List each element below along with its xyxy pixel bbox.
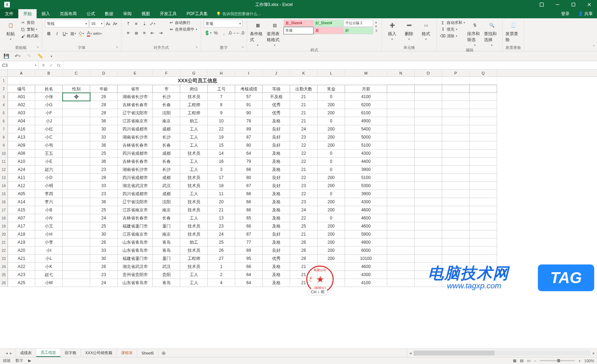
- table-cell[interactable]: 及格: [263, 263, 290, 271]
- table-cell[interactable]: 及格: [263, 238, 290, 247]
- row-header[interactable]: 24: [0, 263, 8, 271]
- table-cell[interactable]: 吉林省长春市: [118, 101, 153, 109]
- table-cell[interactable]: 李四: [35, 190, 63, 198]
- table-cell[interactable]: 1: [208, 263, 235, 271]
- table-cell[interactable]: 25: [208, 238, 235, 247]
- table-cell[interactable]: 90: [235, 109, 263, 117]
- table-cell[interactable]: 21: [290, 93, 318, 101]
- table-cell[interactable]: [63, 149, 90, 158]
- table-cell[interactable]: [63, 133, 90, 141]
- table-cell[interactable]: A19: [8, 238, 35, 247]
- align-top-icon[interactable]: ⇡: [124, 20, 132, 27]
- table-cell[interactable]: 16: [208, 158, 235, 166]
- table-cell[interactable]: 武汉: [153, 182, 180, 190]
- table-cell[interactable]: 及格: [263, 206, 290, 214]
- table-cell[interactable]: 36: [90, 117, 118, 125]
- name-box[interactable]: C3▾: [0, 61, 39, 69]
- column-header[interactable]: G: [180, 70, 208, 76]
- table-cell[interactable]: 200: [318, 133, 345, 141]
- share-button[interactable]: 👤 共享: [574, 9, 597, 18]
- table-cell[interactable]: 及格: [263, 190, 290, 198]
- style-good-sheet4[interactable]: 好_Sheet4: [314, 20, 343, 27]
- table-cell[interactable]: 18: [208, 182, 235, 190]
- table-cell[interactable]: 91: [235, 101, 263, 109]
- view-page-break-icon[interactable]: ▭: [527, 358, 530, 363]
- table-cell[interactable]: 80: [235, 174, 263, 182]
- table-cell[interactable]: 及格: [263, 166, 290, 174]
- select-all-corner[interactable]: [0, 70, 8, 76]
- table-cell[interactable]: 2: [208, 271, 235, 279]
- table-cell[interactable]: 0: [318, 190, 345, 198]
- tab-插入[interactable]: 插入: [37, 9, 55, 18]
- table-cell[interactable]: 良好: [263, 230, 290, 238]
- table-cell[interactable]: 沈阳: [153, 198, 180, 206]
- table-cell[interactable]: [63, 125, 90, 133]
- table-cell[interactable]: 工人: [180, 158, 208, 166]
- table-cell[interactable]: 小N: [35, 214, 63, 222]
- table-cell[interactable]: 28: [290, 255, 318, 263]
- table-cell[interactable]: 23: [208, 222, 235, 230]
- table-cell[interactable]: 技术员: [180, 263, 208, 271]
- column-header[interactable]: P: [442, 70, 470, 76]
- sheet-tab[interactable]: XXX公司销售额: [81, 349, 117, 357]
- percent-icon[interactable]: %: [212, 29, 220, 37]
- table-cell[interactable]: 66: [235, 222, 263, 230]
- decrease-indent-icon[interactable]: ⇤: [149, 29, 156, 37]
- table-cell[interactable]: 赵七: [35, 271, 63, 279]
- tab-数据[interactable]: 数据: [100, 9, 118, 18]
- table-cell[interactable]: A10: [8, 158, 35, 166]
- table-cell[interactable]: [63, 158, 90, 166]
- table-cell[interactable]: 山东省青岛市: [118, 279, 153, 287]
- table-cell[interactable]: A20: [8, 247, 35, 255]
- tell-me-search[interactable]: 💡 告诉我您想要做什么…: [213, 9, 265, 18]
- qat-customize-icon[interactable]: ▾: [47, 52, 56, 60]
- table-cell[interactable]: 吉林省长春市: [118, 158, 153, 166]
- paste-button[interactable]: 📋 粘贴 ▾: [3, 20, 18, 41]
- table-cell[interactable]: 78: [235, 117, 263, 125]
- table-cell[interactable]: 4900: [345, 238, 387, 247]
- phonetic-button[interactable]: wén▾: [94, 30, 101, 37]
- table-cell[interactable]: 良好: [263, 174, 290, 182]
- row-header[interactable]: 16: [0, 198, 8, 206]
- table-cell[interactable]: 10: [208, 117, 235, 125]
- table-cell[interactable]: 30: [90, 230, 118, 238]
- table-cell[interactable]: [63, 198, 90, 206]
- table-cell[interactable]: [63, 255, 90, 263]
- table-header-cell[interactable]: 出勤天数: [290, 85, 318, 93]
- table-cell[interactable]: 28: [90, 109, 118, 117]
- table-cell[interactable]: 30: [90, 125, 118, 133]
- table-cell[interactable]: 200: [318, 125, 345, 133]
- orientation-icon[interactable]: ⤢▾: [149, 20, 156, 27]
- format-painter-button[interactable]: 🖌格式刷: [20, 33, 39, 39]
- column-header[interactable]: K: [290, 70, 318, 76]
- redo-button[interactable]: ↷: [25, 52, 33, 60]
- gallery-more-icon[interactable]: ⊻: [375, 29, 378, 32]
- table-cell[interactable]: 技术员: [180, 149, 208, 158]
- table-cell[interactable]: A02: [8, 101, 35, 109]
- table-cell[interactable]: 26: [290, 238, 318, 247]
- table-cell[interactable]: 4300: [345, 198, 387, 206]
- table-cell[interactable]: 助工: [180, 238, 208, 247]
- table-cell[interactable]: 湖北省武汉市: [118, 263, 153, 271]
- column-header[interactable]: O: [415, 70, 442, 76]
- row-header[interactable]: 8: [0, 133, 8, 141]
- table-cell[interactable]: 工人: [180, 190, 208, 198]
- style-normal[interactable]: 常规: [284, 27, 313, 34]
- table-cell[interactable]: 25: [90, 206, 118, 214]
- table-cell[interactable]: 21: [290, 117, 318, 125]
- gallery-down-icon[interactable]: ▾: [375, 25, 378, 28]
- ime-indicator[interactable]: CH ♪ 简: [308, 289, 328, 295]
- ruler-icon[interactable]: 📏: [36, 52, 44, 60]
- table-cell[interactable]: 长沙: [153, 166, 180, 174]
- row-header[interactable]: 6: [0, 117, 8, 125]
- table-cell[interactable]: 9: [208, 109, 235, 117]
- row-header[interactable]: 14: [0, 182, 8, 190]
- table-cell[interactable]: 25: [90, 149, 118, 158]
- table-cell[interactable]: [63, 263, 90, 271]
- table-cell[interactable]: A08: [8, 149, 35, 158]
- table-cell[interactable]: 21: [290, 109, 318, 117]
- column-header[interactable]: A: [8, 70, 35, 76]
- table-cell[interactable]: 5400: [345, 125, 387, 133]
- table-cell[interactable]: 24: [290, 206, 318, 214]
- table-cell[interactable]: 技术员: [180, 174, 208, 182]
